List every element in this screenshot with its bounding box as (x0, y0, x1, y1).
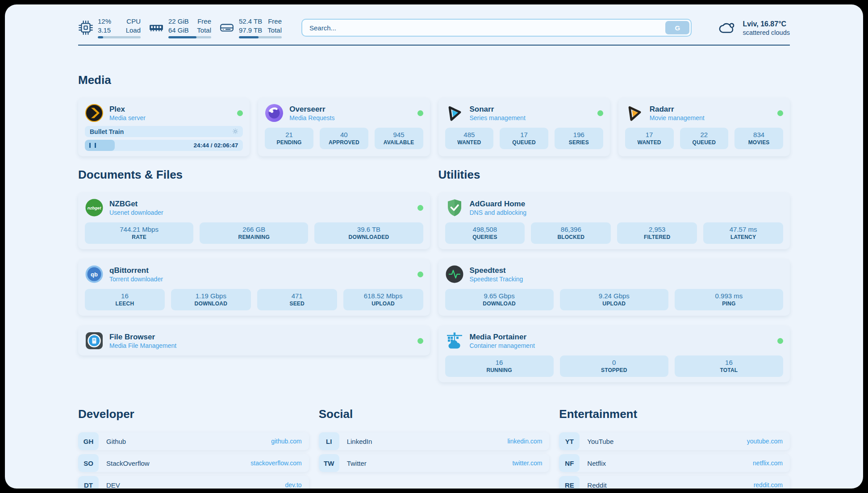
stat-value: 16 (87, 292, 163, 300)
stat-box-available: 945AVAILABLE (375, 128, 423, 149)
stat-label: LEECH (87, 301, 163, 307)
link-row-youtube[interactable]: YTYouTubeyoutube.com (559, 432, 790, 450)
stat-label: DOWNLOAD (173, 301, 249, 307)
app-name: Radarr (650, 104, 705, 114)
gear-icon[interactable] (232, 128, 243, 136)
speedtest-icon (445, 265, 464, 284)
system-monitor-widgets: 12%3.15CPULoad22 GiB64 GiBFreeTotal52.4 … (78, 17, 282, 38)
stat-box-rate: 744.21 MbpsRATE (85, 222, 193, 244)
system-widget-body: 52.4 TB97.9 TBFreeTotal (239, 17, 282, 38)
app-card-header: OverseerrMedia Requests (265, 104, 423, 122)
app-card-overseerr[interactable]: OverseerrMedia Requests21PENDING40APPROV… (258, 98, 430, 156)
app-card-header: SonarrSeries management (445, 104, 603, 122)
stat-value: 40 (321, 131, 367, 138)
link-name: StackOverflow (106, 460, 150, 467)
plex-icon (85, 104, 104, 122)
app-subtitle: Container management (470, 342, 535, 349)
stat-value: 9.65 Gbps (447, 292, 552, 300)
system-widget-values: 12%3.15 (98, 17, 111, 34)
stat-value: 834 (736, 131, 781, 138)
stat-label: BLOCKED (533, 234, 609, 240)
stat-value: 196 (556, 131, 601, 138)
stat-label: APPROVED (321, 139, 367, 146)
link-row-dev[interactable]: DTDEVdev.to (78, 476, 309, 489)
stat-label: UPLOAD (562, 301, 667, 307)
stat-box-seed: 471SEED (257, 289, 337, 310)
stat-box-upload: 618.52 MbpsUPLOAD (343, 289, 423, 310)
app-card-file-browser[interactable]: File BrowserMedia File Management (78, 326, 430, 355)
section-documents-files: Documents & Files nzbgetNZBGetUsenet dow… (78, 168, 430, 355)
app-card-speedtest[interactable]: SpeedtestSpeedtest Tracking9.65 GbpsDOWN… (438, 259, 790, 316)
link-badge: TW (319, 454, 339, 472)
documents-files-apps: nzbgetNZBGetUsenet downloader744.21 Mbps… (78, 193, 430, 355)
stat-label: LATENCY (705, 234, 781, 240)
system-widget-labels: FreeTotal (197, 17, 211, 34)
link-row-linkedin[interactable]: LILinkedInlinkedin.com (319, 432, 550, 450)
app-subtitle: Media File Management (109, 342, 176, 349)
svg-text:qb: qb (91, 271, 98, 278)
app-titles: File BrowserMedia File Management (109, 332, 176, 349)
app-subtitle: Media Requests (289, 114, 334, 121)
system-widget-body: 22 GiB64 GiBFreeTotal (168, 17, 211, 38)
system-widget-label: CPU (126, 17, 141, 26)
link-row-netflix[interactable]: NFNetflixnetflix.com (559, 454, 790, 472)
stat-box-series: 196SERIES (555, 128, 603, 149)
stat-value: 0.993 ms (676, 292, 781, 300)
online-status-dot (777, 110, 783, 116)
stat-label: PING (676, 301, 781, 307)
app-titles: SonarrSeries management (470, 104, 526, 121)
link-url: netflix.com (753, 460, 783, 467)
app-card-media-portainer[interactable]: Media PortainerContainer management16RUN… (438, 326, 790, 382)
media-app-grid: PlexMedia serverBullet Train24:44 / 02:0… (78, 98, 790, 156)
stat-value: 16 (447, 359, 552, 366)
playback-progress-bar[interactable]: 24:44 / 02:06:47 (85, 140, 243, 151)
playback-time: 24:44 / 02:06:47 (193, 142, 243, 149)
system-widget-value: 3.15 (98, 26, 111, 35)
stat-box-downloaded: 39.6 TBDOWNLOADED (314, 222, 423, 244)
link-row-twitter[interactable]: TWTwittertwitter.com (319, 454, 550, 472)
stat-value: 16 (676, 359, 781, 366)
search-engine-button[interactable]: G (665, 21, 689, 34)
online-status-dot (777, 338, 783, 344)
app-card-radarr[interactable]: RadarrMovie management17WANTED22QUEUED83… (618, 98, 790, 156)
app-card-header: qbqBittorrentTorrent downloader (85, 265, 423, 284)
app-card-header: PlexMedia server (85, 104, 243, 122)
stat-box-movies: 834MOVIES (734, 128, 783, 149)
stat-box-pending: 21PENDING (265, 128, 313, 149)
stat-label: QUERIES (447, 234, 523, 240)
pause-icon[interactable] (89, 143, 96, 148)
stat-box-total: 16TOTAL (675, 355, 783, 377)
stat-value: 22 (682, 131, 727, 138)
link-badge: NF (559, 454, 580, 472)
system-widget-label: Total (267, 26, 282, 35)
system-widget-labels: CPULoad (126, 17, 141, 34)
app-card-plex[interactable]: PlexMedia serverBullet Train24:44 / 02:0… (78, 98, 250, 156)
link-row-stackoverflow[interactable]: SOStackOverflowstackoverflow.com (78, 454, 309, 472)
app-card-qbittorrent[interactable]: qbqBittorrentTorrent downloader16LEECH1.… (78, 259, 430, 316)
app-card-sonarr[interactable]: SonarrSeries management485WANTED17QUEUED… (438, 98, 610, 156)
app-card-header: RadarrMovie management (625, 104, 783, 122)
app-subtitle: Movie management (650, 114, 705, 121)
app-name: Speedtest (470, 266, 523, 275)
online-status-dot (417, 110, 423, 116)
stat-label: DOWNLOADED (316, 234, 421, 240)
top-bar: 12%3.15CPULoad22 GiB64 GiBFreeTotal52.4 … (78, 17, 790, 38)
app-name: Plex (109, 104, 146, 114)
app-card-adguard-home[interactable]: AdGuard HomeDNS and adblocking498,508QUE… (438, 193, 790, 249)
sonarr-icon (445, 104, 464, 122)
stat-box-wanted: 485WANTED (445, 128, 494, 149)
app-name: File Browser (109, 332, 176, 342)
link-row-reddit[interactable]: RERedditreddit.com (559, 476, 790, 489)
section-title-social: Social (319, 407, 550, 421)
utilities-apps: AdGuard HomeDNS and adblocking498,508QUE… (438, 193, 790, 382)
system-widget-label: Free (197, 17, 211, 26)
app-card-nzbget[interactable]: nzbgetNZBGetUsenet downloader744.21 Mbps… (78, 193, 430, 249)
stat-label: DOWNLOAD (447, 301, 552, 307)
link-row-github[interactable]: GHGithubgithub.com (78, 432, 309, 450)
search-input[interactable] (301, 19, 692, 37)
stat-box-download: 9.65 GbpsDOWNLOAD (445, 289, 554, 310)
system-widget-value: 22 GiB (168, 17, 189, 26)
link-list: YTYouTubeyoutube.comNFNetflixnetflix.com… (559, 432, 790, 489)
app-name: AdGuard Home (470, 199, 527, 209)
stat-box-approved: 40APPROVED (320, 128, 368, 149)
